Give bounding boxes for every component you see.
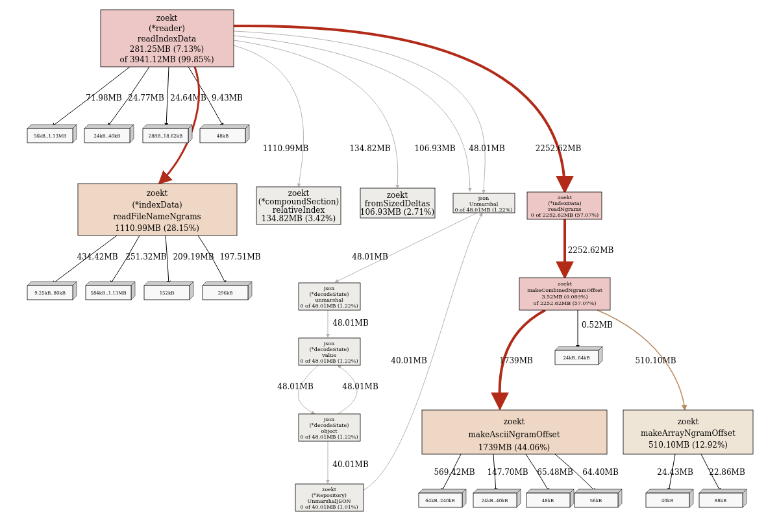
- leaf-n2b: 584kB..1.13MB: [86, 282, 135, 300]
- svg-marker-61: [86, 282, 135, 285]
- node-json-Unmarshal: json Unmarshal 0 of 48.01MB (1.22%): [453, 193, 515, 213]
- svg-text:510.10MB (12.92%): 510.10MB (12.92%): [649, 441, 728, 450]
- svg-text:zoekt: zoekt: [678, 417, 699, 426]
- svg-text:(*decodeState): (*decodeState): [310, 346, 349, 352]
- svg-text:(*compoundSection): (*compoundSection): [258, 197, 339, 206]
- leaf-n12a: 64kB..240kB: [419, 489, 466, 507]
- svg-text:288B..18.62kB: 288B..18.62kB: [149, 134, 182, 139]
- svg-marker-136: [575, 489, 622, 493]
- svg-text:152kB: 152kB: [160, 291, 175, 296]
- svg-text:24kB..40kB: 24kB..40kB: [93, 134, 120, 139]
- svg-text:2252.62MB: 2252.62MB: [536, 144, 582, 153]
- svg-text:1110.99MB: 1110.99MB: [263, 144, 309, 153]
- svg-text:fromSizedDeltas: fromSizedDeltas: [365, 199, 430, 208]
- svg-text:22.86MB: 22.86MB: [709, 468, 745, 477]
- svg-text:48.01MB: 48.01MB: [352, 252, 388, 261]
- svg-text:zoekt: zoekt: [288, 189, 310, 198]
- node-makeCombinedNgramOffset: zoekt makeCombinedNgramOffset 3.52MB (0.…: [519, 278, 610, 310]
- svg-marker-65: [144, 282, 193, 285]
- svg-text:0 of 48.01MB (1.22%): 0 of 48.01MB (1.22%): [300, 434, 358, 440]
- leaf-n12d: 56kB: [575, 489, 622, 507]
- svg-text:object: object: [321, 428, 338, 434]
- svg-text:(*reader): (*reader): [149, 24, 185, 33]
- svg-text:40kB: 40kB: [662, 498, 673, 503]
- svg-text:24.43MB: 24.43MB: [657, 468, 693, 477]
- svg-text:0.52MB: 0.52MB: [582, 320, 613, 330]
- svg-text:9.43MB: 9.43MB: [212, 93, 243, 103]
- svg-text:zoekt: zoekt: [558, 281, 573, 287]
- svg-text:value: value: [321, 352, 336, 358]
- svg-text:zoekt: zoekt: [504, 417, 525, 426]
- leaf-n1b: 24kB..40kB: [84, 125, 134, 143]
- svg-text:48.01MB: 48.01MB: [469, 144, 505, 153]
- svg-text:0 of 40.01MB (1.01%): 0 of 40.01MB (1.01%): [300, 504, 358, 510]
- node-json-object: json (*decodeState) object 0 of 48.01MB …: [299, 414, 360, 441]
- svg-text:(*Repository): (*Repository): [312, 492, 347, 498]
- svg-text:json: json: [323, 285, 335, 291]
- svg-text:zoekt: zoekt: [322, 487, 337, 492]
- svg-marker-148: [699, 489, 747, 493]
- svg-text:134.82MB (3.42%): 134.82MB (3.42%): [262, 214, 336, 223]
- svg-text:2252.62MB: 2252.62MB: [568, 246, 614, 255]
- leaf-n12b: 24kB..40kB: [473, 489, 521, 507]
- svg-text:40.01MB: 40.01MB: [391, 356, 427, 365]
- svg-text:106.93MB (2.71%): 106.93MB (2.71%): [360, 208, 434, 217]
- leaf-n13a: 40kB: [646, 489, 693, 507]
- svg-text:48.01MB: 48.01MB: [342, 382, 378, 391]
- svg-text:56kB..1.13MB: 56kB..1.13MB: [34, 134, 67, 139]
- svg-text:1110.99MB (28.15%): 1110.99MB (28.15%): [115, 224, 199, 233]
- svg-text:296kB: 296kB: [218, 291, 233, 296]
- svg-text:json: json: [478, 195, 489, 201]
- svg-text:(*indexData): (*indexData): [132, 200, 182, 210]
- svg-text:134.82MB: 134.82MB: [349, 144, 390, 153]
- svg-text:88kB: 88kB: [715, 498, 726, 503]
- svg-marker-124: [419, 489, 466, 493]
- svg-text:510.10MB: 510.10MB: [635, 356, 676, 365]
- leaf-n13b: 88kB: [699, 489, 747, 507]
- svg-text:zoekt: zoekt: [156, 14, 178, 23]
- svg-text:Unmarshal: Unmarshal: [469, 201, 499, 207]
- node-makeArrayNgramOffset: zoekt makeArrayNgramOffset 510.10MB (12.…: [623, 410, 753, 454]
- svg-text:0 of 48.01MB (1.22%): 0 of 48.01MB (1.22%): [300, 358, 358, 364]
- svg-marker-69: [203, 282, 252, 285]
- node-makeAsciiNgramOffset: zoekt makeAsciiNgramOffset 1739MB (44.06…: [422, 410, 607, 454]
- svg-marker-128: [473, 489, 521, 493]
- svg-text:3.52MB (0.089%): 3.52MB (0.089%): [541, 294, 587, 300]
- svg-text:48.01MB: 48.01MB: [332, 319, 369, 328]
- svg-text:0 of 48.01MB (1.22%): 0 of 48.01MB (1.22%): [454, 207, 512, 213]
- callgraph-diagram: 71.98MB 24.77MB 24.64MB 9.43MB 1110.99MB…: [0, 0, 779, 532]
- svg-text:relativeIndex: relativeIndex: [273, 206, 325, 215]
- svg-text:24kB..40kB: 24kB..40kB: [481, 498, 508, 503]
- node-relativeIndex: zoekt (*compoundSection) relativeIndex 1…: [256, 187, 341, 224]
- svg-text:unmarshal: unmarshal: [315, 297, 343, 303]
- svg-text:584kB..1.13MB: 584kB..1.13MB: [90, 291, 126, 296]
- svg-text:48.01MB: 48.01MB: [277, 382, 314, 391]
- svg-text:24.77MB: 24.77MB: [128, 93, 164, 103]
- svg-marker-132: [526, 489, 574, 493]
- svg-text:24.64MB: 24.64MB: [170, 93, 206, 103]
- svg-text:readFileNameNgrams: readFileNameNgrams: [113, 212, 201, 221]
- svg-text:readIndexData: readIndexData: [138, 34, 196, 43]
- svg-text:147.70MB: 147.70MB: [487, 468, 528, 477]
- svg-marker-57: [27, 282, 77, 285]
- svg-text:zoekt: zoekt: [387, 191, 408, 200]
- svg-text:24kB..64kB: 24kB..64kB: [563, 356, 589, 361]
- svg-text:48kB: 48kB: [542, 498, 554, 503]
- leaf-n2d: 296kB: [203, 282, 252, 300]
- svg-text:209.19MB: 209.19MB: [173, 252, 214, 261]
- svg-marker-144: [646, 489, 693, 493]
- svg-text:64kB..240kB: 64kB..240kB: [425, 498, 455, 503]
- node-json-value: json (*decodeState) value 0 of 48.01MB (…: [299, 338, 360, 365]
- leaf-n1d: 48kB: [200, 125, 249, 143]
- svg-text:9.25kB..80kB: 9.25kB..80kB: [34, 291, 66, 296]
- svg-text:65.48MB: 65.48MB: [537, 468, 573, 477]
- svg-text:(*decodeState): (*decodeState): [310, 291, 349, 297]
- svg-text:1739MB: 1739MB: [499, 356, 533, 365]
- svg-text:434.42MB: 434.42MB: [77, 252, 117, 261]
- node-readFileNameNgrams: zoekt (*indexData) readFileNameNgrams 11…: [78, 184, 237, 236]
- svg-text:251.32MB: 251.32MB: [125, 252, 166, 261]
- svg-text:0 of 2252.62MB (57.07%): 0 of 2252.62MB (57.07%): [531, 212, 599, 218]
- svg-marker-36: [27, 125, 77, 128]
- svg-text:281.25MB (7.13%): 281.25MB (7.13%): [130, 45, 204, 54]
- svg-marker-116: [555, 346, 602, 350]
